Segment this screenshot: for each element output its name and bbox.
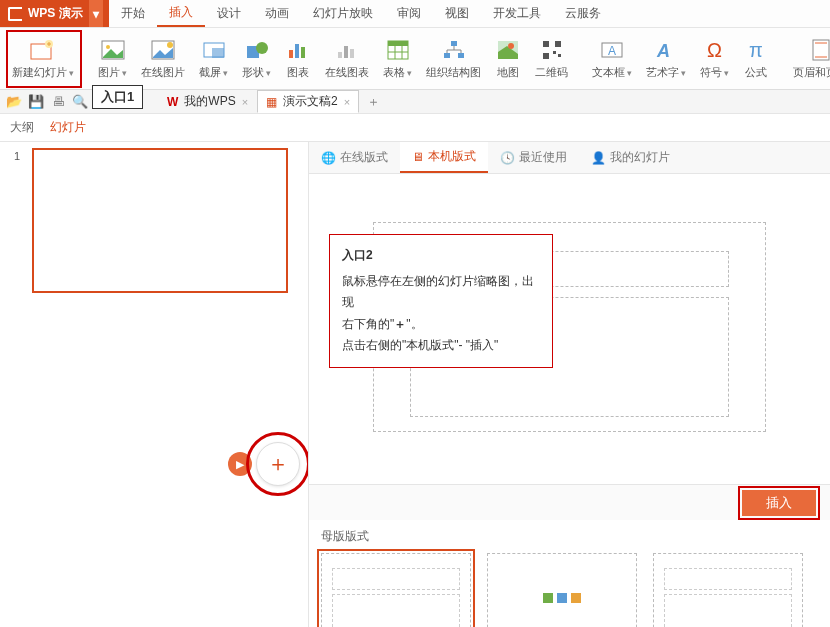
map-icon	[495, 37, 521, 63]
wordart-label: 艺术字	[646, 65, 679, 80]
symbol-icon: Ω	[702, 37, 728, 63]
close-icon[interactable]: ×	[242, 96, 248, 108]
picture-button[interactable]: 图片▾	[92, 35, 133, 82]
svg-point-3	[106, 45, 110, 49]
menu-tab-start[interactable]: 开始	[109, 0, 157, 27]
shapes-button[interactable]: 形状▾	[236, 35, 277, 82]
master-layout-2[interactable]	[487, 553, 637, 627]
svg-rect-14	[344, 46, 348, 58]
symbol-label: 符号	[700, 65, 722, 80]
highlight-insert: 插入	[738, 486, 820, 520]
outline-header: 大纲 幻灯片	[0, 114, 830, 142]
menu-tab-review[interactable]: 审阅	[385, 0, 433, 27]
svg-rect-12	[301, 47, 305, 58]
rtab-local[interactable]: 🖥 本机版式	[400, 142, 488, 173]
svg-point-9	[256, 42, 268, 54]
wordart-icon: A	[653, 37, 679, 63]
org-chart-button[interactable]: 组织结构图	[420, 35, 487, 82]
qrcode-button[interactable]: 二维码	[529, 35, 574, 82]
tab-slides[interactable]: 幻灯片	[50, 119, 86, 136]
chart-icon	[543, 593, 581, 603]
svg-rect-10	[289, 50, 293, 58]
presentation-icon: ▦	[266, 95, 277, 109]
open-icon[interactable]: 📂	[6, 94, 22, 110]
doctab-presentation[interactable]: ▦ 演示文稿2 ×	[257, 90, 359, 113]
svg-rect-7	[212, 48, 224, 58]
app-badge[interactable]: WPS 演示 ▾	[0, 0, 109, 27]
new-slide-label: 新建幻灯片	[12, 65, 67, 80]
map-button[interactable]: 地图	[489, 35, 527, 82]
header-footer-icon	[808, 37, 831, 63]
svg-rect-26	[543, 41, 549, 47]
svg-rect-15	[350, 49, 354, 58]
print-icon[interactable]: 🖶	[50, 94, 66, 110]
layout-panel: 🌐 在线版式 🖥 本机版式 🕓 最近使用 👤 我的幻灯片 入口2	[308, 142, 830, 627]
menu-tab-slideshow[interactable]: 幻灯片放映	[301, 0, 385, 27]
tab-outline[interactable]: 大纲	[10, 119, 34, 136]
rtab-local-label: 本机版式	[428, 148, 476, 165]
textbox-label: 文本框	[592, 65, 625, 80]
save-icon[interactable]: 💾	[28, 94, 44, 110]
chart-label: 图表	[287, 65, 309, 80]
preview-icon[interactable]: 🔍	[72, 94, 88, 110]
textbox-button[interactable]: A 文本框▾	[586, 35, 638, 82]
menu-tabs: 开始 插入 设计 动画 幻灯片放映 审阅 视图 开发工具 云服务	[109, 0, 613, 27]
new-slide-icon	[30, 37, 56, 63]
online-picture-icon	[150, 37, 176, 63]
svg-rect-27	[555, 41, 561, 47]
doctab-presentation-label: 演示文稿2	[283, 93, 338, 110]
textbox-icon: A	[599, 37, 625, 63]
menu-tab-devtools[interactable]: 开发工具	[481, 0, 553, 27]
online-picture-button[interactable]: 在线图片	[135, 35, 191, 82]
svg-rect-28	[543, 53, 549, 59]
ribbon: 新建幻灯片▾ 图片▾ 在线图片 截屏▾ 形状▾ 图表 在线图表 表格▾ 组织结构…	[0, 28, 830, 90]
close-icon[interactable]: ×	[344, 96, 350, 108]
menu-tab-view[interactable]: 视图	[433, 0, 481, 27]
wordart-button[interactable]: A 艺术字▾	[640, 35, 692, 82]
app-menu-dropdown[interactable]: ▾	[89, 0, 103, 27]
table-button[interactable]: 表格▾	[377, 35, 418, 82]
rtab-recent[interactable]: 🕓 最近使用	[488, 142, 579, 173]
insert-button[interactable]: 插入	[742, 490, 816, 516]
header-footer-button[interactable]: 页眉和页脚	[787, 35, 830, 82]
slide-thumbnail[interactable]	[32, 148, 288, 293]
doctab-mywps-label: 我的WPS	[184, 93, 235, 110]
svg-rect-17	[388, 41, 408, 46]
org-chart-icon	[441, 37, 467, 63]
shapes-icon	[244, 37, 270, 63]
svg-rect-13	[338, 52, 342, 58]
rtab-recent-label: 最近使用	[519, 149, 567, 166]
screenshot-button[interactable]: 截屏▾	[193, 35, 234, 82]
slide-number: 1	[14, 150, 20, 162]
add-tab-button[interactable]: ＋	[365, 94, 381, 110]
chevron-down-icon: ▾	[69, 68, 74, 78]
slide-panel: 1 ▶ ＋	[0, 142, 308, 627]
svg-text:A: A	[608, 44, 616, 58]
symbol-button[interactable]: Ω 符号▾	[694, 35, 735, 82]
rtab-online[interactable]: 🌐 在线版式	[309, 142, 400, 173]
menu-tab-animation[interactable]: 动画	[253, 0, 301, 27]
add-slide-button[interactable]: ＋	[256, 442, 300, 486]
header-footer-label: 页眉和页脚	[793, 65, 830, 80]
online-chart-label: 在线图表	[325, 65, 369, 80]
rtab-online-label: 在线版式	[340, 149, 388, 166]
menu-tab-cloud[interactable]: 云服务	[553, 0, 613, 27]
picture-icon	[100, 37, 126, 63]
play-button[interactable]: ▶	[228, 452, 252, 476]
online-chart-button[interactable]: 在线图表	[319, 35, 375, 82]
menu-tab-design[interactable]: 设计	[205, 0, 253, 27]
doctab-mywps[interactable]: W 我的WPS ×	[158, 90, 257, 113]
online-picture-label: 在线图片	[141, 65, 185, 80]
svg-rect-21	[451, 41, 457, 46]
master-layout-1[interactable]	[321, 553, 471, 627]
formula-button[interactable]: π 公式	[737, 35, 775, 82]
app-name: WPS 演示	[28, 5, 83, 22]
rtab-mine[interactable]: 👤 我的幻灯片	[579, 142, 682, 173]
master-layout-3[interactable]	[653, 553, 803, 627]
chart-button[interactable]: 图表	[279, 35, 317, 82]
new-slide-button[interactable]: 新建幻灯片▾	[6, 35, 80, 82]
clock-icon: 🕓	[500, 151, 515, 165]
formula-label: 公式	[745, 65, 767, 80]
menu-tab-insert[interactable]: 插入	[157, 0, 205, 27]
table-icon	[385, 37, 411, 63]
